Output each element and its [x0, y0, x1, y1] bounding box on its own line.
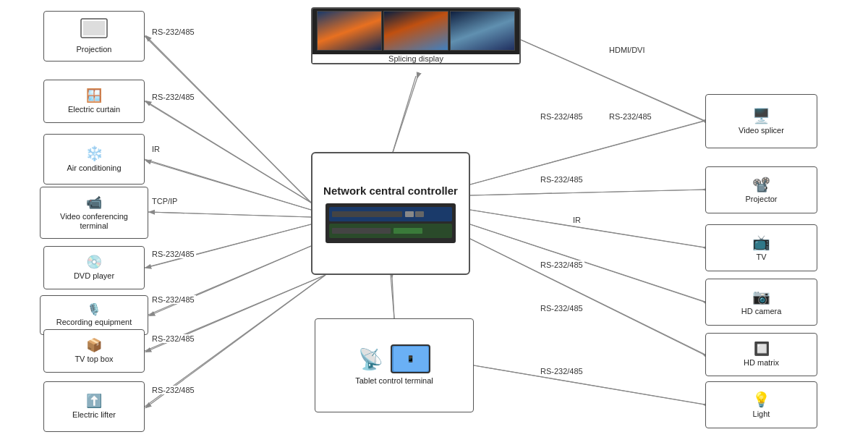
label-lifter-conn: RS-232/485 [150, 386, 196, 394]
label-recording-conn: RS-232/485 [150, 295, 196, 304]
recording-icon: 🎙️ [87, 302, 101, 316]
electric-curtain-device: 🪟 Electric curtain [43, 80, 145, 123]
svg-line-15 [391, 275, 394, 318]
projection-icon [80, 17, 109, 43]
lifter-label: Electric lifter [72, 410, 116, 420]
svg-line-21 [146, 224, 311, 268]
svg-line-11 [470, 190, 705, 195]
video-conf-icon: 📹 [86, 195, 102, 211]
projector-label: Projector [745, 195, 777, 204]
dvd-device: 💿 DVD player [43, 246, 145, 289]
controller-unit-2 [329, 224, 452, 238]
svg-line-8 [391, 76, 416, 159]
video-splicer-device: 🖥️ Video splicer [705, 94, 817, 148]
svg-line-3 [148, 212, 311, 217]
svg-line-10 [470, 121, 705, 185]
router-icon: 📡 [358, 347, 383, 371]
screen-panel-1 [317, 11, 382, 51]
hd-camera-label: HD camera [741, 307, 782, 316]
recording-label: Recording equipment [56, 318, 132, 327]
hd-matrix-device: 🔲 HD matrix [705, 333, 817, 376]
projection-device: Projection [43, 11, 145, 62]
dvd-label: DVD player [74, 271, 114, 281]
hd-camera-icon: 📷 [752, 288, 770, 305]
tablet-icon: 📱 [391, 344, 430, 373]
label-projector-rs: RS-232/485 [539, 175, 584, 184]
tablet-terminal: 📡 📱 Tablet control terminal [315, 318, 474, 412]
video-splicer-icon: 🖥️ [752, 107, 770, 124]
svg-line-1 [145, 101, 311, 203]
label-splicing-rs: RS-232/485 [608, 112, 653, 121]
label-camera-rs: RS-232/485 [539, 260, 584, 269]
light-label: Light [753, 410, 770, 419]
tv-device: 📺 TV [705, 224, 817, 271]
label-splicer-rs: RS-232/485 [539, 112, 584, 121]
svg-line-17 [146, 36, 311, 203]
label-videoconf-conn: TCP/IP [150, 197, 179, 205]
screen-panel-3 [450, 11, 515, 51]
svg-line-29 [470, 239, 704, 355]
projection-label: Projection [77, 45, 112, 54]
label-projection-conn: RS-232/485 [150, 27, 196, 36]
controller-unit-1 [329, 207, 452, 221]
tvtopbox-label: TV top box [75, 355, 113, 364]
hd-camera-device: 📷 HD camera [705, 279, 817, 326]
hd-matrix-label: HD matrix [744, 358, 779, 368]
controller-device-image [326, 203, 456, 243]
svg-line-14 [470, 239, 705, 355]
svg-line-4 [145, 224, 311, 268]
label-curtain-conn: RS-232/485 [150, 93, 196, 101]
svg-line-33 [392, 276, 394, 318]
svg-line-13 [470, 224, 705, 302]
video-splicer-label: Video splicer [739, 126, 784, 135]
ac-label: Air conditioning [67, 164, 121, 173]
svg-line-26 [470, 190, 704, 195]
light-device: 💡 Light [705, 381, 817, 428]
diagram: RS-232/485 RS-232/485 IR TCP/IP RS-232/4… [0, 0, 868, 445]
lifter-icon: ⬆️ [86, 393, 102, 409]
tablet-icons: 📡 📱 [358, 344, 430, 373]
tvtopbox-device: 📦 TV top box [43, 329, 145, 373]
tvtopbox-icon: 📦 [86, 337, 102, 353]
screen-panel-2 [383, 11, 448, 51]
curtain-label: Electric curtain [68, 105, 120, 114]
lifter-device: ⬆️ Electric lifter [43, 381, 145, 432]
svg-line-28 [470, 224, 704, 302]
label-light-rs: RS-232/485 [539, 367, 584, 376]
svg-line-12 [470, 210, 705, 247]
label-dvd-conn: RS-232/485 [150, 250, 196, 258]
video-conf-device: 📹 Video conferencingterminal [40, 187, 148, 239]
center-title: Network central controller [323, 184, 458, 198]
label-ac-conn: IR [150, 145, 161, 153]
label-matrix-rs: RS-232/485 [539, 304, 584, 313]
svg-rect-35 [83, 21, 105, 35]
svg-line-32 [391, 77, 417, 159]
projector-device: 📽️ Projector [705, 166, 817, 213]
svg-line-16 [474, 365, 705, 404]
label-tvtopbox-conn: RS-232/485 [150, 334, 196, 343]
svg-line-18 [146, 101, 311, 203]
splicing-display: Splicing display [311, 7, 521, 64]
svg-line-0 [145, 36, 311, 203]
tv-label: TV [756, 253, 766, 262]
svg-line-20 [150, 212, 311, 217]
splicing-screen [315, 9, 517, 53]
video-conf-label: Video conferencingterminal [60, 212, 128, 231]
svg-line-25 [470, 121, 704, 185]
label-hdmi: HDMI/DVI [608, 46, 647, 54]
projector-icon: 📽️ [752, 176, 770, 193]
curtain-icon: 🪟 [86, 88, 102, 103]
svg-line-30 [474, 365, 704, 404]
dvd-icon: 💿 [86, 254, 102, 270]
tablet-label: Tablet control terminal [355, 376, 433, 386]
hd-matrix-icon: 🔲 [754, 341, 770, 357]
center-controller: Network central controller [311, 152, 470, 275]
air-conditioning-device: ❄️ Air conditioning [43, 134, 145, 185]
label-tv-ir: IR [571, 216, 582, 224]
splicing-label: Splicing display [312, 54, 519, 63]
light-icon: 💡 [752, 391, 770, 408]
tv-icon: 📺 [752, 234, 770, 251]
ac-icon: ❄️ [85, 145, 103, 162]
svg-line-27 [470, 210, 704, 247]
